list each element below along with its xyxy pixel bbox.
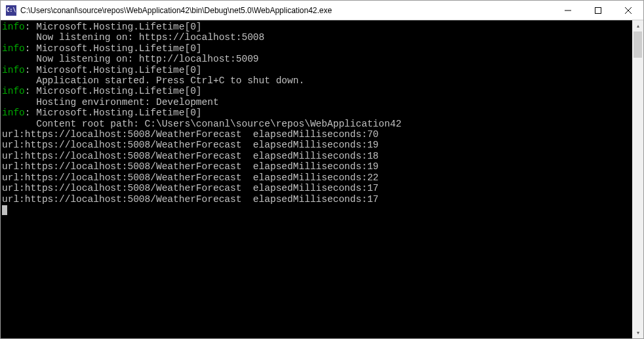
minimize-icon: [565, 7, 571, 14]
titlebar[interactable]: C:\ C:\Users\conanl\source\repos\WebAppl…: [1, 1, 643, 20]
scrollbar-track[interactable]: [632, 31, 643, 327]
log-message: Application started. Press Ctrl+C to shu…: [2, 75, 632, 86]
maximize-button[interactable]: [583, 1, 613, 20]
log-level: info: [2, 22, 25, 32]
vertical-scrollbar[interactable]: ▴ ▾: [632, 20, 643, 338]
scroll-down-arrow-icon[interactable]: ▾: [632, 327, 643, 338]
log-level: info: [2, 108, 25, 118]
log-line: info: Microsoft.Hosting.Lifetime[0]: [2, 108, 632, 118]
maximize-icon: [595, 7, 601, 14]
log-message: Now listening on: https://localhost:5008: [2, 32, 632, 43]
svg-rect-1: [595, 7, 601, 13]
log-line: info: Microsoft.Hosting.Lifetime[0]: [2, 22, 632, 32]
log-message: Content root path: C:\Users\conanl\sourc…: [2, 119, 632, 129]
log-level: info: [2, 65, 25, 75]
app-icon-label: C:\: [7, 7, 16, 13]
window-controls: [553, 1, 643, 20]
request-line: url:https://localhost:5008/WeatherForeca…: [2, 151, 632, 161]
request-line: url:https://localhost:5008/WeatherForeca…: [2, 129, 632, 140]
log-line: info: Microsoft.Hosting.Lifetime[0]: [2, 43, 632, 54]
app-icon: C:\: [6, 5, 16, 16]
request-line: url:https://localhost:5008/WeatherForeca…: [2, 140, 632, 150]
close-button[interactable]: [613, 1, 643, 20]
scrollbar-thumb[interactable]: [634, 31, 642, 58]
window-title: C:\Users\conanl\source\repos\WebApplicat…: [20, 6, 553, 15]
request-line: url:https://localhost:5008/WeatherForeca…: [2, 172, 632, 183]
minimize-button[interactable]: [553, 1, 583, 20]
log-line: info: Microsoft.Hosting.Lifetime[0]: [2, 65, 632, 75]
text-cursor: [2, 205, 7, 215]
log-message: Hosting environment: Development: [2, 97, 632, 108]
request-line: url:https://localhost:5008/WeatherForeca…: [2, 183, 632, 193]
request-line: url:https://localhost:5008/WeatherForeca…: [2, 161, 632, 172]
request-line: url:https://localhost:5008/WeatherForeca…: [2, 194, 632, 205]
scroll-up-arrow-icon[interactable]: ▴: [632, 20, 643, 31]
log-level: info: [2, 86, 25, 96]
console-output[interactable]: info: Microsoft.Hosting.Lifetime[0] Now …: [1, 20, 632, 338]
close-icon: [625, 7, 632, 14]
cursor-line: [2, 205, 632, 215]
log-message: Now listening on: http://localhost:5009: [2, 54, 632, 64]
log-line: info: Microsoft.Hosting.Lifetime[0]: [2, 86, 632, 96]
log-level: info: [2, 43, 25, 54]
console-area: info: Microsoft.Hosting.Lifetime[0] Now …: [1, 20, 643, 338]
